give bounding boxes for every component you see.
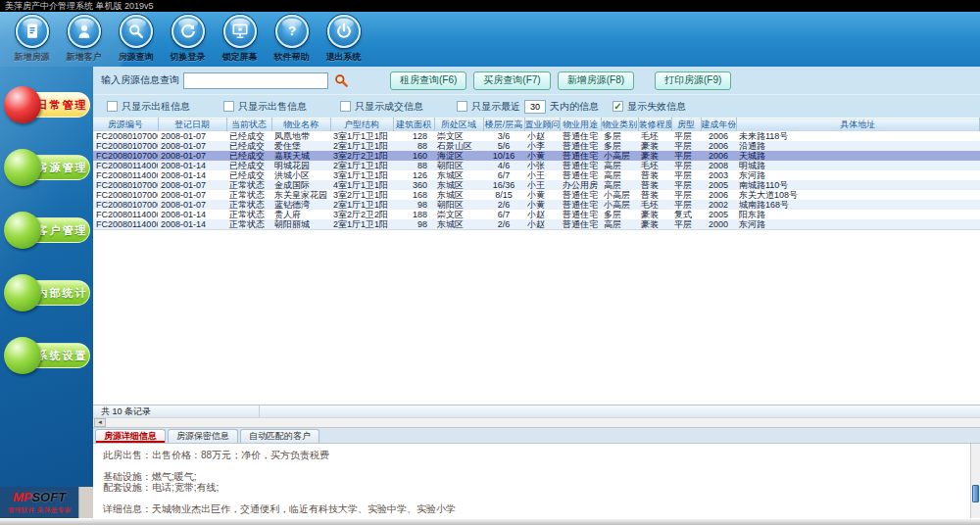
column-header[interactable]: 户型结构 [330, 119, 393, 132]
checkbox-icon[interactable] [107, 101, 118, 112]
column-header[interactable]: 建筑面积 [393, 119, 434, 132]
column-header[interactable]: 登记日期 [158, 119, 226, 132]
table-cell: 平层 [671, 161, 701, 170]
table-cell: 毛坯 [638, 131, 671, 141]
table-cell: 168 [393, 190, 434, 200]
window-title: 美萍房产中介管理系统 单机版 2019v5 [0, 0, 980, 12]
table-cell: 东河路 [736, 219, 980, 229]
table-cell: 普通住宅 [560, 190, 601, 200]
column-header[interactable]: 建成年份 [701, 119, 736, 132]
toolbar-lock-screen[interactable]: 锁定屏幕 [214, 15, 266, 67]
tab-matched-customers[interactable]: 自动匹配的客户 [240, 429, 319, 443]
column-header[interactable]: 置业顾问 [524, 119, 560, 132]
table-cell: 正常状态 [226, 190, 271, 200]
table-cell: 已经成交 [226, 151, 271, 161]
buy-search-button[interactable]: 买房查询(F7) [473, 72, 550, 90]
table-row[interactable]: FC2008010700052008-01-07已经成交爱住堡2室1厅1卫1阳8… [93, 141, 980, 151]
table-cell: 多层 [601, 131, 638, 141]
filter-sale-only[interactable]: 只显示出售信息 [223, 100, 307, 114]
checkbox-icon[interactable] [340, 101, 351, 112]
checkbox-icon[interactable] [457, 101, 467, 112]
table-row[interactable]: FC2008011400012008-01-14已经成交明城花园2室1厅1卫1阳… [93, 161, 980, 170]
magnifier-icon[interactable] [334, 73, 349, 88]
tab-property-confidential[interactable]: 房源保密信息 [168, 429, 238, 443]
sidebar-item-system-settings[interactable]: 系统设置 [4, 337, 90, 374]
column-header[interactable]: 当前状态 [226, 119, 271, 132]
table-cell: 豪装 [638, 210, 671, 219]
table-cell: 正常状态 [226, 180, 271, 190]
table-cell: 8/15 [483, 190, 524, 200]
column-header[interactable]: 楼层/层高 [483, 119, 524, 132]
table-cell: 2008-01-07 [158, 180, 226, 190]
sidebar-item-property-management[interactable]: 房源管理 [4, 149, 90, 186]
toolbar-exit[interactable]: 退出系统 [318, 15, 369, 67]
checkbox-icon[interactable] [223, 101, 234, 112]
table-cell: 已经成交 [226, 170, 271, 180]
table-cell: 崇文区 [434, 131, 483, 141]
brand-tagline: 管理软件 美萍是专家 [8, 505, 72, 515]
toolbar-new-property[interactable]: 新增房源 [6, 15, 58, 67]
table-cell: 4/6 [483, 161, 524, 170]
table-cell: 复式 [671, 210, 701, 219]
table-row[interactable]: FC2008010700012008-01-07正常状态金成国际4室1厅1卫1阳… [93, 180, 980, 190]
column-header[interactable]: 房源编号 [93, 119, 158, 132]
filter-show-invalid[interactable]: ✓ 显示失效信息 [612, 100, 686, 114]
app-window: 美萍房产中介管理系统 单机版 2019v5 新增房源 新增客户 房源查询 切换登… [0, 0, 980, 525]
table-cell: 豪装 [638, 141, 671, 151]
table-cell: 普通住宅 [560, 161, 601, 170]
tab-property-detail[interactable]: 房源详细信息 [95, 429, 166, 443]
filter-recent-days[interactable]: 只显示最近 天内的信息 [457, 100, 599, 114]
search-icon [120, 15, 153, 48]
days-input[interactable] [524, 100, 546, 114]
table-cell: 东城区 [434, 190, 483, 200]
table-row[interactable]: FC2008011400042008-01-14已经成交洪城小区3室1厅1卫1阳… [93, 170, 980, 180]
table-row[interactable]: FC2008010700062008-01-07已经成交嘉联天城3室2厅2卫1阳… [93, 151, 980, 161]
column-header[interactable]: 房型 [671, 119, 701, 132]
filter-deal-only[interactable]: 只显示成交信息 [340, 100, 423, 114]
toolbar-property-search[interactable]: 房源查询 [110, 15, 162, 67]
toolbar-help[interactable]: ? 软件帮助 [266, 15, 318, 67]
search-input[interactable] [183, 72, 328, 89]
column-header[interactable]: 具体地址 [736, 119, 980, 132]
table-cell: 2003 [701, 170, 736, 180]
table-cell: 98 [393, 200, 434, 210]
column-header[interactable]: 物业名称 [271, 119, 330, 132]
table-cell: 2008-01-07 [158, 151, 226, 161]
table-row[interactable]: FC2008011400022008-01-14正常状态贵人府3室2厅2卫2阳1… [93, 210, 980, 219]
table-cell: 10/16 [483, 151, 524, 161]
table-cell: 2/6 [483, 219, 524, 229]
checkbox-icon[interactable]: ✓ [612, 101, 623, 112]
sidebar-bottom-filler [78, 487, 93, 518]
table-cell: 3室2厅2卫1阳 [330, 151, 393, 161]
toolbar-new-customer[interactable]: 新增客户 [58, 15, 110, 67]
table-row[interactable]: FC2008011400032008-01-14正常状态朝阳丽城2室1厅1卫1阳… [93, 219, 980, 229]
table-cell: 普通住宅 [560, 151, 601, 161]
horizontal-scrollbar[interactable]: ◄ [93, 417, 980, 428]
table-cell: 城南路168号 [736, 200, 980, 210]
scrollbar-thumb[interactable] [972, 485, 979, 502]
new-property-button[interactable]: 新增房源(F8) [558, 72, 634, 90]
table-cell: 小高层 [601, 190, 638, 200]
table-cell: 普装 [638, 190, 671, 200]
scroll-left-arrow-icon[interactable]: ◄ [94, 418, 106, 427]
vertical-scrollbar[interactable] [970, 444, 980, 518]
toolbar-switch-login[interactable]: 切换登录 [162, 15, 214, 67]
column-header[interactable]: 物业类别 [601, 119, 638, 132]
sidebar-item-daily-management[interactable]: 日常管理 [4, 86, 90, 123]
table-cell: 已经成交 [226, 161, 271, 170]
table-row[interactable]: FC2008010700022008-01-07正常状态东关皇家花园3室2厅1卫… [93, 190, 980, 200]
table-row[interactable]: FC2008010700032008-01-07已经成交凤凰地带3室1厅1卫1阳… [93, 131, 980, 141]
filter-rent-only[interactable]: 只显示出租信息 [107, 100, 190, 114]
table-cell: 6/7 [483, 210, 524, 219]
column-header[interactable]: 所处区域 [434, 119, 483, 132]
rent-search-button[interactable]: 租房查询(F6) [390, 72, 466, 90]
sidebar-item-customer-management[interactable]: 客户管理 [4, 212, 90, 249]
column-header[interactable]: 物业用途 [560, 119, 601, 132]
table-cell: FC200801070005 [93, 141, 158, 151]
print-property-button[interactable]: 打印房源(F9) [655, 72, 731, 90]
sidebar-item-internal-statistics[interactable]: 内部统计 [4, 274, 90, 311]
table-cell: 东城区 [434, 180, 483, 190]
column-header[interactable]: 装修程度 [638, 119, 671, 132]
table-row[interactable]: FC2008010700042008-01-07正常状态蓝钻德湾2室1厅1卫1阳… [93, 200, 980, 210]
table-cell: 126 [393, 170, 434, 180]
